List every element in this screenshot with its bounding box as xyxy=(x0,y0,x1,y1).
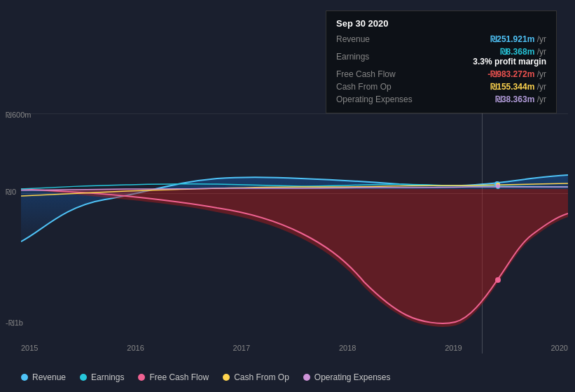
tooltip-opex-row: Operating Expenses ₪38.363m /yr xyxy=(336,93,546,106)
tooltip-earnings-value: ₪8.368m /yr xyxy=(500,47,546,57)
x-label-2016: 2016 xyxy=(127,344,144,352)
x-label-2015: 2015 xyxy=(21,344,38,352)
x-label-2020: 2020 xyxy=(550,344,567,352)
svg-point-3 xyxy=(495,277,501,283)
tooltip-box: Sep 30 2020 Revenue ₪251.921m /yr Earnin… xyxy=(326,10,557,113)
legend-fcf[interactable]: Free Cash Flow xyxy=(138,372,209,382)
tooltip-cashfromop-label: Cash From Op xyxy=(336,82,392,92)
chart-svg xyxy=(21,102,568,336)
legend-dot-fcf xyxy=(138,374,145,381)
chart-container: Sep 30 2020 Revenue ₪251.921m /yr Earnin… xyxy=(0,0,575,392)
y-label-0: ₪0 xyxy=(6,188,16,197)
x-label-2018: 2018 xyxy=(339,344,356,352)
legend-label-fcf: Free Cash Flow xyxy=(149,372,209,382)
legend-opex[interactable]: Operating Expenses xyxy=(303,372,391,382)
legend-revenue[interactable]: Revenue xyxy=(21,372,66,382)
tooltip-fcf-value: -₪983.272m /yr xyxy=(487,69,546,79)
tooltip-opex-label: Operating Expenses xyxy=(336,94,413,104)
legend-label-revenue: Revenue xyxy=(32,372,66,382)
legend-cashfromop[interactable]: Cash From Op xyxy=(223,372,289,382)
tooltip-date: Sep 30 2020 xyxy=(336,18,546,29)
legend-label-earnings: Earnings xyxy=(91,372,124,382)
legend: Revenue Earnings Free Cash Flow Cash Fro… xyxy=(21,372,391,382)
x-label-2017: 2017 xyxy=(233,344,250,352)
legend-label-opex: Operating Expenses xyxy=(314,372,391,382)
tooltip-earnings-label: Earnings xyxy=(336,52,369,62)
tooltip-cashfromop-value: ₪155.344m /yr xyxy=(490,82,546,92)
legend-dot-opex xyxy=(303,374,310,381)
legend-dot-earnings xyxy=(80,374,87,381)
tooltip-fcf-label: Free Cash Flow xyxy=(336,69,396,79)
legend-dot-cashfromop xyxy=(223,374,230,381)
tooltip-earnings-row: Earnings ₪8.368m /yr 3.3% profit margin xyxy=(336,46,546,68)
profit-margin: 3.3% profit margin xyxy=(473,57,546,66)
svg-point-5 xyxy=(496,184,500,188)
x-labels: 2015 2016 2017 2018 2019 2020 xyxy=(21,344,568,352)
legend-dot-revenue xyxy=(21,374,28,381)
legend-label-cashfromop: Cash From Op xyxy=(234,372,289,382)
tooltip-revenue-value: ₪251.921m /yr xyxy=(490,34,546,44)
tooltip-revenue-row: Revenue ₪251.921m /yr xyxy=(336,33,546,46)
tooltip-revenue-label: Revenue xyxy=(336,34,370,44)
tooltip-opex-value: ₪38.363m /yr xyxy=(495,94,546,104)
tooltip-fcf-row: Free Cash Flow -₪983.272m /yr xyxy=(336,68,546,80)
x-label-2019: 2019 xyxy=(445,344,462,352)
legend-earnings[interactable]: Earnings xyxy=(80,372,124,382)
tooltip-cashfromop-row: Cash From Op ₪155.344m /yr xyxy=(336,80,546,93)
